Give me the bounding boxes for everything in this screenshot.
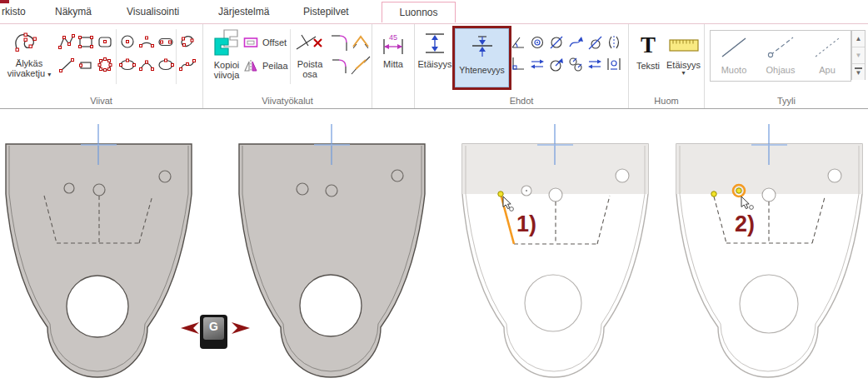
rounded-rectangle-tool-button[interactable] bbox=[96, 32, 114, 51]
pilot-hole bbox=[549, 188, 562, 201]
parallel-constraint-button[interactable] bbox=[529, 56, 546, 74]
svg-text:45: 45 bbox=[389, 33, 397, 42]
tab-visualisointi[interactable]: Visualisointi bbox=[127, 6, 179, 17]
guide-line-style-icon bbox=[764, 34, 797, 61]
group-label-huom: Huom bbox=[629, 96, 704, 106]
arrow-right-icon bbox=[232, 321, 250, 336]
tangent-constraint-button[interactable] bbox=[567, 34, 584, 52]
snap-indicator bbox=[510, 207, 514, 211]
copy-lines-label-1: Kopioi bbox=[208, 60, 245, 70]
polygon-tool-button[interactable] bbox=[96, 56, 114, 74]
arc-tool-button[interactable] bbox=[137, 56, 156, 74]
style-item-apu[interactable]: Apu bbox=[804, 31, 851, 81]
ribbon-group-huom: T Teksti Etäisyys ▾ Huom bbox=[629, 24, 705, 108]
midpoint-constraint-button[interactable] bbox=[606, 56, 622, 74]
rectangle-tool-button[interactable] bbox=[77, 32, 95, 51]
style-item-muoto[interactable]: Muoto bbox=[711, 31, 757, 81]
text-button[interactable]: T Teksti bbox=[632, 26, 664, 104]
group-label-viivatyokalut: Viivatyökalut bbox=[203, 96, 372, 106]
copy-lines-icon bbox=[212, 28, 242, 57]
ellipse-tool-button[interactable] bbox=[157, 56, 175, 74]
slot-tool-button[interactable] bbox=[157, 32, 175, 51]
ellipse-points-tool-button[interactable] bbox=[118, 56, 137, 74]
dropdown-arrow-icon: ▾ bbox=[47, 71, 51, 78]
g-key-letter: G bbox=[200, 320, 227, 333]
selection-inner-border bbox=[455, 28, 509, 87]
endpoint-marker bbox=[711, 192, 716, 196]
solid-line-style-icon bbox=[717, 34, 751, 61]
text-icon: T bbox=[632, 34, 664, 56]
gallery-scrollbar: ▲ ▼ ▼ bbox=[851, 30, 866, 80]
style-item-ohjaus[interactable]: Ohjaus bbox=[757, 31, 804, 81]
filled-rectangle-tool-button[interactable] bbox=[77, 56, 95, 74]
chamfer-line-button[interactable] bbox=[351, 56, 371, 74]
group-label-tyyli: Tyyli bbox=[705, 96, 868, 106]
divider bbox=[290, 29, 291, 84]
tab-nakyma[interactable]: Näkymä bbox=[55, 6, 92, 17]
measure-icon: 45 bbox=[381, 32, 406, 56]
equal-length-constraint-button[interactable] bbox=[586, 56, 603, 74]
pilot-hole bbox=[616, 169, 629, 182]
app-logo-fragment bbox=[0, 0, 9, 3]
drawing-canvas: G 1) bbox=[0, 109, 868, 388]
smart-polyline-label-2: viivaketju bbox=[7, 68, 45, 78]
ribbon-group-viivat: Älykäs viivaketju ▾ bbox=[0, 24, 203, 108]
diameter-constraint-button[interactable] bbox=[548, 34, 565, 52]
distance-constraint-icon bbox=[421, 31, 449, 56]
gallery-scroll-up-button[interactable]: ▲ bbox=[852, 31, 865, 47]
chamfer-button[interactable] bbox=[351, 32, 371, 51]
mirror-button[interactable]: Peilaa bbox=[243, 56, 288, 76]
angle-constraint-button[interactable] bbox=[510, 34, 526, 52]
fillet-button[interactable] bbox=[330, 32, 350, 51]
ruler-icon bbox=[669, 38, 699, 53]
tab-arkisto[interactable]: rkisto bbox=[2, 6, 26, 17]
copy-lines-button[interactable]: Kopioi viivoja bbox=[208, 26, 245, 104]
distance-annotation-button[interactable]: Etäisyys ▾ bbox=[665, 26, 702, 104]
menu-bar: rkisto Näkymä Visualisointi Järjestelmä … bbox=[0, 0, 868, 23]
divider bbox=[176, 29, 177, 84]
radius-constraint-button[interactable] bbox=[548, 56, 565, 74]
ribbon-group-mitta: 45 Mitta bbox=[372, 24, 415, 108]
circle-tool-button[interactable] bbox=[118, 32, 137, 51]
fillet-corner-button[interactable] bbox=[330, 56, 350, 74]
distance-constraint-button[interactable]: Etäisyys bbox=[417, 26, 452, 104]
copy-lines-label-2: viivoja bbox=[208, 70, 245, 80]
part-drawing-2 bbox=[237, 121, 427, 384]
tab-jarjestelma[interactable]: Järjestelmä bbox=[218, 6, 269, 17]
trim-label-2: osa bbox=[293, 69, 327, 79]
gallery-scroll-down-button[interactable]: ▼ bbox=[852, 47, 865, 64]
closed-spline-tool-button[interactable] bbox=[178, 32, 197, 51]
ribbon: Älykäs viivaketju ▾ bbox=[0, 23, 868, 110]
selected-point[interactable] bbox=[736, 188, 741, 193]
style-item-apu-label: Apu bbox=[804, 65, 851, 75]
main-hole bbox=[525, 275, 581, 331]
pilot-hole bbox=[762, 188, 776, 201]
equal-radius-constraint-button[interactable] bbox=[567, 56, 584, 74]
tab-luonnos[interactable]: Luonnos bbox=[382, 2, 456, 22]
tab-pistepilvet[interactable]: Pistepilvet bbox=[303, 6, 349, 17]
tangent-circle-constraint-button[interactable] bbox=[586, 34, 603, 52]
measure-button[interactable]: 45 Mitta bbox=[374, 26, 412, 104]
smart-polyline-icon bbox=[11, 30, 47, 55]
part-body bbox=[6, 144, 192, 377]
style-item-ohjaus-label: Ohjaus bbox=[757, 65, 804, 75]
gallery-more-button[interactable]: ▼ bbox=[852, 64, 865, 80]
cad-application-window: rkisto Näkymä Visualisointi Järjestelmä … bbox=[0, 0, 868, 388]
polyline-tool-button[interactable] bbox=[57, 32, 76, 51]
spline-tool-button[interactable] bbox=[178, 56, 197, 74]
smart-polyline-button[interactable]: Älykäs viivaketju ▾ bbox=[3, 26, 55, 104]
part-drawing-1 bbox=[4, 121, 194, 384]
line-tool-button[interactable] bbox=[57, 56, 76, 74]
aux-line-style-icon bbox=[811, 34, 844, 61]
coincident-constraint-button-selected[interactable]: Yhtenevyys bbox=[452, 26, 511, 90]
style-gallery: Muoto Ohjaus Apu bbox=[710, 30, 851, 82]
concentric-constraint-button[interactable] bbox=[529, 34, 546, 52]
group-label-viivat: Viivat bbox=[0, 96, 202, 106]
g-key: G bbox=[200, 315, 227, 349]
perpendicular-constraint-button[interactable] bbox=[510, 56, 526, 74]
offset-button[interactable]: Offset bbox=[243, 32, 287, 52]
symmetric-constraint-button[interactable] bbox=[606, 34, 622, 52]
arc-3-point-tool-button[interactable] bbox=[137, 32, 156, 51]
hole-center-point bbox=[526, 190, 527, 192]
trim-button[interactable]: Poista osa bbox=[293, 26, 327, 104]
